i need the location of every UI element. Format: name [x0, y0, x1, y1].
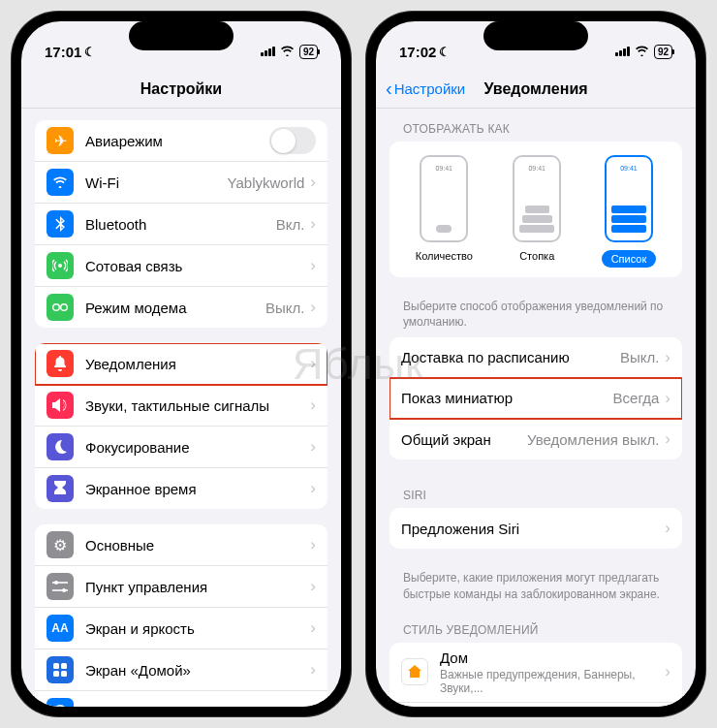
display-option-list[interactable]: 09:41 Список [602, 155, 657, 268]
svg-rect-7 [53, 663, 59, 669]
svg-point-0 [58, 264, 62, 268]
chevron-right-icon: › [310, 256, 316, 275]
nav-header: ‹ Настройки Уведомления [376, 70, 696, 109]
row-app-home[interactable]: Дом Важные предупреждения, Баннеры, Звук… [390, 643, 682, 703]
chevron-right-icon: › [310, 618, 316, 638]
dynamic-island [129, 21, 234, 50]
notifications-settings[interactable]: Отображать как 09:41 Количество 09:41 Ст… [376, 109, 696, 707]
row-general[interactable]: ⚙ Основные › [35, 524, 327, 566]
chevron-right-icon: › [665, 389, 670, 408]
speaker-icon [47, 392, 74, 419]
notifications-rows: Доставка по расписанию Выкл. › Показ мин… [390, 337, 682, 459]
chevron-right-icon: › [310, 660, 316, 680]
display-as-group: 09:41 Количество 09:41 Стопка 09:41 [390, 142, 682, 277]
phone-frame-left: 17:01 ☾ 92 Настройки ✈ Авиарежим [12, 12, 351, 716]
settings-list[interactable]: ✈ Авиарежим Wi-Fi Yablykworld › B [21, 109, 341, 707]
cellular-icon [47, 252, 74, 279]
row-bluetooth[interactable]: Bluetooth Вкл. › [35, 204, 327, 245]
chevron-right-icon: › [665, 662, 670, 681]
chevron-right-icon: › [665, 348, 670, 367]
back-button[interactable]: ‹ Настройки [386, 78, 465, 100]
svg-point-1 [53, 304, 60, 311]
bell-icon [47, 350, 74, 377]
page-title: Настройки [140, 80, 222, 98]
dnd-moon-icon: ☾ [439, 45, 451, 59]
cellular-signal-icon [615, 47, 630, 56]
screen-right: 17:02 ☾ 92 ‹ Настройки Уведомления Отобр… [376, 21, 696, 707]
svg-rect-8 [61, 663, 67, 669]
display-as-options: 09:41 Количество 09:41 Стопка 09:41 [390, 142, 682, 277]
dynamic-island [483, 21, 588, 50]
row-display[interactable]: AA Экран и яркость › [35, 608, 327, 649]
settings-group-general: ⚙ Основные › Пункт управления › AA Экран… [35, 524, 327, 707]
svg-rect-6 [52, 589, 68, 591]
battery-icon: 92 [654, 45, 672, 59]
row-hotspot[interactable]: Режим модема Выкл. › [35, 287, 327, 328]
airplane-icon: ✈ [47, 127, 74, 154]
display-option-stack[interactable]: 09:41 Стопка [513, 155, 561, 268]
chevron-right-icon: › [310, 437, 316, 457]
section-footer-display-as: Выберите способ отображения уведомлений … [390, 293, 682, 337]
chevron-right-icon: › [310, 396, 316, 415]
row-wifi[interactable]: Wi-Fi Yablykworld › [35, 162, 327, 204]
status-time: 17:02 [399, 44, 436, 60]
home-app-icon [401, 658, 428, 685]
siri-rows: Предложения Siri › [390, 508, 682, 549]
chevron-right-icon: › [310, 298, 316, 317]
chevron-right-icon: › [310, 702, 316, 707]
section-header-style: Стиль уведомлений [390, 610, 682, 643]
display-option-count[interactable]: 09:41 Количество [416, 155, 473, 268]
status-time: 17:01 [45, 44, 81, 60]
gear-icon: ⚙ [47, 531, 74, 558]
row-app-notes[interactable]: Заметки Баннеры, Звуки, Наклейки › [390, 703, 682, 707]
svg-rect-9 [53, 671, 59, 677]
section-header-display-as: Отображать как [390, 109, 682, 142]
aa-icon: AA [47, 615, 74, 642]
app-style-rows: Дом Важные предупреждения, Баннеры, Звук… [390, 643, 682, 707]
settings-group-notifications: Уведомления › Звуки, тактильные сигналы … [35, 343, 327, 509]
row-control-center[interactable]: Пункт управления › [35, 566, 327, 608]
chevron-right-icon: › [665, 429, 670, 449]
row-accessibility[interactable]: Универсальный доступ › [35, 691, 327, 707]
sliders-icon [47, 573, 74, 600]
moon-icon [47, 433, 74, 460]
row-scheduled[interactable]: Доставка по расписанию Выкл. › [390, 337, 682, 378]
wifi-icon [635, 45, 649, 59]
bluetooth-icon [47, 210, 74, 237]
chevron-right-icon: › [310, 214, 316, 234]
chevron-right-icon: › [310, 535, 316, 554]
row-cellular[interactable]: Сотовая связь › [35, 245, 327, 287]
row-previews[interactable]: Показ миниатюр Всегда › [390, 378, 682, 419]
svg-point-2 [61, 304, 68, 311]
row-airplane[interactable]: ✈ Авиарежим [35, 120, 327, 162]
cellular-signal-icon [261, 47, 275, 56]
chevron-left-icon: ‹ [386, 78, 392, 100]
row-screentime[interactable]: Экранное время › [35, 468, 327, 509]
section-footer-siri: Выберите, какие приложения могут предлаг… [390, 564, 682, 609]
row-notifications[interactable]: Уведомления › [35, 343, 327, 385]
screen-left: 17:01 ☾ 92 Настройки ✈ Авиарежим [21, 21, 341, 707]
row-siri-suggestions[interactable]: Предложения Siri › [390, 508, 682, 549]
section-header-siri: Siri [390, 475, 682, 508]
phone-frame-right: 17:02 ☾ 92 ‹ Настройки Уведомления Отобр… [366, 12, 705, 716]
svg-rect-4 [52, 582, 68, 584]
battery-icon: 92 [299, 45, 318, 59]
row-screen-sharing[interactable]: Общий экран Уведомления выкл. › [390, 419, 682, 459]
row-homescreen[interactable]: Экран «Домой» › [35, 649, 327, 691]
hourglass-icon [47, 475, 74, 502]
nav-header: Настройки [21, 70, 341, 109]
hotspot-icon [47, 294, 74, 321]
dnd-moon-icon: ☾ [84, 45, 96, 59]
wifi-icon [280, 45, 295, 59]
settings-group-connectivity: ✈ Авиарежим Wi-Fi Yablykworld › B [35, 120, 327, 328]
chevron-right-icon: › [310, 577, 316, 596]
airplane-toggle[interactable] [269, 127, 316, 154]
chevron-right-icon: › [310, 479, 316, 498]
svg-rect-10 [61, 671, 67, 677]
chevron-right-icon: › [310, 173, 316, 192]
chevron-right-icon: › [665, 519, 670, 538]
page-title: Уведомления [483, 80, 587, 98]
row-focus[interactable]: Фокусирование › [35, 427, 327, 468]
grid-icon [47, 656, 74, 683]
row-sounds[interactable]: Звуки, тактильные сигналы › [35, 385, 327, 427]
